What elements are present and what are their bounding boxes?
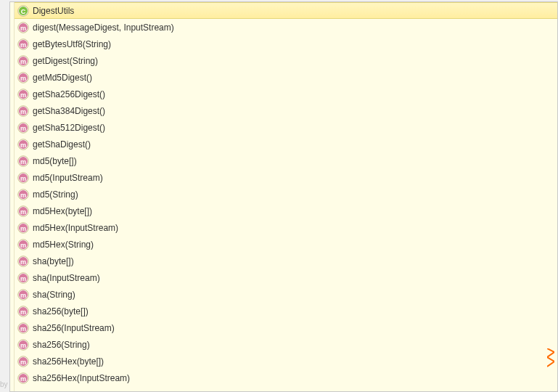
svg-text:m: m	[20, 91, 26, 98]
method-icon: m	[17, 38, 29, 50]
svg-text:m: m	[20, 141, 26, 148]
list-item-label: md5Hex(String)	[33, 240, 94, 250]
list-item-label: md5(InputStream)	[33, 173, 103, 183]
svg-text:m: m	[20, 274, 26, 282]
method-icon: m	[17, 55, 29, 67]
method-icon: m	[17, 222, 29, 234]
method-icon: m	[17, 189, 29, 200]
method-icon: m	[17, 22, 29, 33]
method-icon: m	[17, 72, 29, 83]
list-item-label: getDigest(String)	[33, 56, 98, 66]
class-icon: C	[17, 5, 29, 17]
method-icon: m	[17, 122, 29, 134]
list-item[interactable]: m md5(String)	[15, 186, 557, 203]
list-item[interactable]: m md5Hex(InputStream)	[15, 219, 557, 236]
list-item[interactable]: m md5(byte[])	[15, 152, 557, 169]
list-item[interactable]: m sha256(byte[])	[15, 303, 557, 319]
list-item[interactable]: m getBytesUtf8(String)	[15, 36, 557, 52]
method-icon: m	[17, 155, 29, 167]
list-item[interactable]: C DigestUtils	[15, 2, 557, 19]
svg-text:m: m	[20, 324, 26, 332]
method-icon: m	[17, 239, 29, 250]
svg-text:m: m	[20, 158, 26, 165]
list-item[interactable]: m md5(InputStream)	[15, 169, 557, 186]
method-icon: m	[17, 105, 29, 117]
list-item[interactable]: m getMd5Digest()	[15, 69, 557, 86]
svg-text:m: m	[20, 41, 26, 48]
suggestion-list[interactable]: C DigestUtils m digest(MessageDigest, In…	[15, 2, 557, 391]
list-item-label: md5Hex(InputStream)	[33, 223, 118, 233]
method-icon: m	[17, 139, 29, 150]
list-item[interactable]: m sha(InputStream)	[15, 269, 557, 286]
list-item[interactable]: m sha(byte[])	[15, 253, 557, 269]
list-item-label: getSha384Digest()	[33, 106, 105, 116]
list-item-label: sha(byte[])	[33, 256, 74, 266]
method-icon: m	[17, 289, 29, 301]
svg-text:m: m	[20, 291, 26, 298]
list-item-label: getMd5Digest()	[33, 73, 92, 83]
list-item[interactable]: m getSha512Digest()	[15, 119, 557, 136]
list-item[interactable]: m sha256(String)	[15, 336, 557, 353]
svg-text:m: m	[20, 174, 26, 181]
list-item-label: sha256Hex(byte[])	[33, 356, 104, 367]
method-icon: m	[17, 89, 29, 100]
list-item-label: sha256(byte[])	[33, 306, 89, 317]
list-item-label: sha256Hex(InputStream)	[33, 373, 130, 383]
list-item-label: getBytesUtf8(String)	[33, 39, 111, 49]
list-item-label: md5Hex(byte[])	[33, 206, 92, 216]
list-item-label: md5(String)	[33, 189, 78, 200]
list-item-label: md5(byte[])	[33, 156, 77, 166]
svg-text:m: m	[20, 375, 26, 382]
list-item[interactable]: m md5Hex(byte[])	[15, 203, 557, 219]
svg-text:m: m	[20, 74, 26, 81]
svg-text:m: m	[20, 241, 26, 248]
method-icon: m	[17, 322, 29, 334]
list-item-label: getSha512Digest()	[33, 123, 105, 133]
method-icon: m	[17, 372, 29, 384]
svg-text:m: m	[20, 107, 26, 115]
method-icon: m	[17, 339, 29, 351]
svg-text:m: m	[20, 208, 26, 215]
svg-text:m: m	[20, 341, 26, 348]
list-item[interactable]: m sha256Hex(InputStream)	[15, 369, 557, 386]
method-icon: m	[17, 356, 29, 367]
method-icon: m	[17, 256, 29, 267]
svg-text:m: m	[20, 224, 26, 232]
list-item-label: sha(String)	[33, 290, 75, 300]
svg-text:m: m	[20, 358, 26, 365]
svg-text:m: m	[20, 191, 26, 198]
list-item[interactable]: m sha(String)	[15, 286, 557, 303]
list-item[interactable]: m getSha256Digest()	[15, 86, 557, 102]
method-icon: m	[17, 172, 29, 184]
method-icon: m	[17, 272, 29, 284]
list-item[interactable]: m getSha384Digest()	[15, 102, 557, 119]
list-item[interactable]: m digest(MessageDigest, InputStream)	[15, 19, 557, 36]
list-item-label: sha(InputStream)	[33, 273, 100, 283]
svg-text:m: m	[20, 308, 26, 315]
list-item[interactable]: m getShaDigest()	[15, 136, 557, 152]
list-item[interactable]: m md5Hex(String)	[15, 236, 557, 253]
svg-text:m: m	[20, 124, 26, 131]
suggestion-popup: C DigestUtils m digest(MessageDigest, In…	[9, 1, 558, 392]
list-item[interactable]: m getDigest(String)	[15, 52, 557, 69]
method-icon: m	[17, 306, 29, 317]
list-item-label: getShaDigest()	[33, 139, 91, 150]
list-item-label: digest(MessageDigest, InputStream)	[33, 23, 174, 33]
list-item-label: getSha256Digest()	[33, 89, 105, 99]
list-item[interactable]: m sha256Hex(byte[])	[15, 353, 557, 369]
list-item-label: sha256(String)	[33, 340, 90, 350]
list-item[interactable]: m sha256(InputStream)	[15, 319, 557, 336]
svg-text:m: m	[20, 57, 26, 65]
list-item-label: sha256(InputStream)	[33, 323, 115, 333]
svg-text:m: m	[20, 258, 26, 265]
method-icon: m	[17, 205, 29, 217]
svg-text:C: C	[21, 7, 26, 15]
corner-text: by	[0, 380, 8, 388]
list-item-label: DigestUtils	[33, 6, 74, 16]
svg-text:m: m	[20, 24, 26, 31]
